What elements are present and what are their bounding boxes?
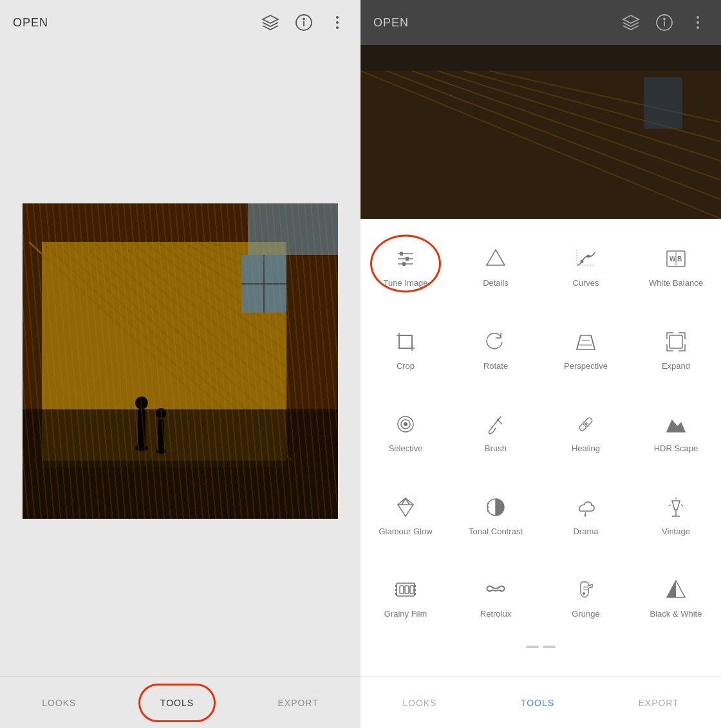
right-header-icons <box>621 12 708 33</box>
perspective-icon <box>572 328 600 356</box>
more-icon[interactable] <box>327 12 348 33</box>
tool-grunge[interactable]: Grunge <box>541 557 631 640</box>
photo-placeholder <box>23 203 338 519</box>
right-info-icon[interactable] <box>654 12 675 33</box>
tonal-contrast-icon <box>482 493 510 521</box>
left-title: OPEN <box>13 16 48 30</box>
grunge-label: Grunge <box>572 609 599 620</box>
svg-rect-31 <box>138 409 145 448</box>
svg-point-101 <box>585 514 586 516</box>
tool-expand[interactable]: Expand <box>631 308 721 391</box>
tool-curves[interactable]: Curves <box>541 225 631 308</box>
black-white-icon <box>662 575 690 604</box>
svg-point-32 <box>135 397 148 409</box>
left-nav-looks[interactable]: LOOKS <box>29 691 89 714</box>
rotate-icon <box>482 328 510 356</box>
tool-retrolux[interactable]: Retrolux <box>451 557 541 640</box>
svg-line-106 <box>681 505 683 506</box>
svg-line-80 <box>491 416 501 429</box>
photo <box>23 203 338 519</box>
svg-line-100 <box>585 512 586 515</box>
grainy-film-icon <box>391 575 420 604</box>
svg-rect-109 <box>395 585 397 587</box>
svg-point-118 <box>583 592 585 595</box>
svg-rect-116 <box>405 586 409 593</box>
svg-text:B: B <box>677 256 682 263</box>
tool-drama[interactable]: Drama <box>541 474 631 557</box>
left-nav-export[interactable]: EXPORT <box>265 691 331 714</box>
svg-line-70 <box>492 341 493 342</box>
glamour-glow-label: Glamour Glow <box>379 527 432 537</box>
crop-icon <box>391 328 420 356</box>
svg-rect-28 <box>23 409 338 519</box>
svg-rect-25 <box>241 255 286 313</box>
tool-white-balance[interactable]: W B White Balance <box>631 225 721 308</box>
grainy-film-label: Grainy Film <box>384 609 427 620</box>
tool-tune-image[interactable]: Tune Image <box>360 225 451 308</box>
svg-rect-58 <box>406 257 409 261</box>
brush-label: Brush <box>485 443 507 454</box>
right-nav-looks[interactable]: LOOKS <box>389 691 449 714</box>
tonal-contrast-label: Tonal Contrast <box>469 527 523 537</box>
healing-icon <box>572 410 600 438</box>
svg-rect-69 <box>399 335 412 348</box>
svg-marker-123 <box>667 581 685 597</box>
svg-rect-115 <box>400 586 404 593</box>
svg-rect-36 <box>248 203 338 255</box>
glamour-glow-icon <box>391 493 420 521</box>
selective-label: Selective <box>389 443 423 454</box>
right-nav-export[interactable]: EXPORT <box>625 691 691 714</box>
tool-black-white[interactable]: Black & White <box>631 557 721 640</box>
svg-rect-111 <box>395 593 397 595</box>
tool-rotate[interactable]: Rotate <box>451 308 541 391</box>
white-balance-label: White Balance <box>649 278 703 289</box>
svg-marker-60 <box>487 250 505 265</box>
details-icon <box>482 245 510 273</box>
svg-marker-71 <box>577 335 595 350</box>
svg-line-12 <box>29 242 274 467</box>
scroll-dot-2 <box>543 646 556 648</box>
svg-point-63 <box>581 259 584 263</box>
hdr-scape-label: HDR Scape <box>654 443 698 454</box>
details-label: Details <box>483 278 509 289</box>
tool-crop[interactable]: Crop <box>360 308 451 391</box>
tool-hdr-scape[interactable]: HDR Scape <box>631 391 721 474</box>
svg-line-10 <box>42 242 286 467</box>
svg-point-5 <box>336 21 339 24</box>
tool-glamour-glow[interactable]: Glamour Glow <box>360 474 451 557</box>
white-balance-icon: W B <box>662 245 690 273</box>
layers-icon[interactable] <box>260 12 281 33</box>
right-layers-icon[interactable] <box>621 12 641 33</box>
right-nav-tools[interactable]: TOOLS <box>508 691 567 714</box>
svg-line-13 <box>68 242 286 448</box>
left-nav-tools[interactable]: TOOLS <box>147 691 207 714</box>
svg-rect-57 <box>400 252 403 256</box>
dark-photo <box>360 45 721 219</box>
svg-point-30 <box>135 445 148 451</box>
svg-text:W: W <box>670 256 676 263</box>
expand-icon <box>662 328 690 356</box>
svg-rect-117 <box>410 586 414 593</box>
crop-label: Crop <box>397 361 415 372</box>
right-more-icon[interactable] <box>688 12 708 33</box>
svg-line-14 <box>80 242 286 432</box>
left-image-area <box>0 45 360 677</box>
svg-point-41 <box>697 16 699 19</box>
tool-vintage[interactable]: Vintage <box>631 474 721 557</box>
tool-selective[interactable]: Selective <box>360 391 451 474</box>
svg-point-35 <box>156 408 166 418</box>
tool-grainy-film[interactable]: Grainy Film <box>360 557 451 640</box>
tool-perspective[interactable]: Perspective <box>541 308 631 391</box>
svg-point-64 <box>587 254 590 257</box>
svg-point-6 <box>336 26 339 29</box>
right-title: OPEN <box>373 16 409 30</box>
svg-line-19 <box>145 242 286 351</box>
curves-icon <box>572 245 600 273</box>
info-icon[interactable] <box>294 12 314 33</box>
svg-line-20 <box>158 242 286 335</box>
tool-healing[interactable]: Healing <box>541 391 631 474</box>
tool-brush[interactable]: Brush <box>451 391 541 474</box>
curves-label: Curves <box>572 278 599 289</box>
tool-tonal-contrast[interactable]: Tonal Contrast <box>451 474 541 557</box>
tool-details[interactable]: Details <box>451 225 541 308</box>
